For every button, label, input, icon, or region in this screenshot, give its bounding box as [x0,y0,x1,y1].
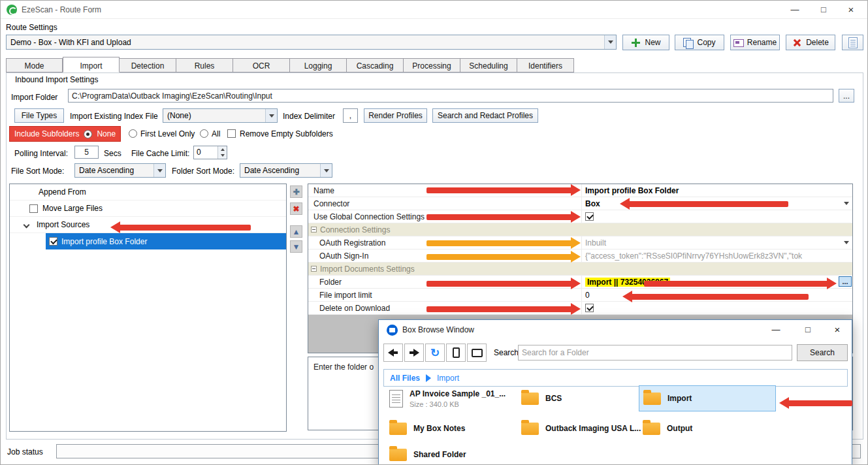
tab-ocr[interactable]: OCR [233,58,290,72]
chevron-expanded-icon[interactable] [24,221,30,228]
new-button[interactable]: New [622,35,669,50]
tab-cascading[interactable]: Cascading [347,58,404,72]
file-cache-limit-stepper[interactable]: 0 [193,146,227,159]
desktop-view-button[interactable] [467,344,487,362]
tab-logging[interactable]: Logging [290,58,347,72]
tree-item-move-large-files[interactable]: Move Large Files [10,200,286,217]
breadcrumb-separator-icon [426,374,431,382]
annotation-arrow-import-folder [779,397,852,409]
import-folder-browse-button[interactable]: ... [839,89,854,103]
property-label: File import limit [308,289,582,301]
chevron-down-icon[interactable] [841,237,852,248]
import-folder-input[interactable] [68,89,833,103]
chevron-down-icon [265,109,277,122]
delete-button-label: Delete [806,38,829,47]
import-profile-checkbox[interactable] [49,237,57,246]
remove-icon: ✖ [293,204,299,214]
breadcrumb-all-files[interactable]: All Files [390,374,420,383]
copy-button[interactable]: Copy [675,35,724,50]
collapse-icon[interactable] [311,266,317,272]
list-item-shared-folder[interactable]: Shared Folder [385,443,513,465]
route-select[interactable]: Demo - Box - With KFI and Upload [6,35,617,50]
tab-mode[interactable]: Mode [6,58,63,72]
rename-button[interactable]: Rename [730,35,780,50]
tree-item-import-profile[interactable]: Import profile Box Folder [10,233,286,249]
list-item-output[interactable]: Output [639,417,776,440]
property-value[interactable] [582,302,852,314]
property-value[interactable]: Import profile Box Folder [582,184,852,197]
tab-rules[interactable]: Rules [176,58,233,72]
folder-sort-mode-select[interactable]: Date Ascending [240,163,332,178]
search-redact-profiles-button[interactable]: Search and Redact Profiles [432,108,538,123]
arrow-down-icon: ▼ [293,242,300,251]
property-value[interactable]: Inbuilt [582,236,852,249]
subfolders-none-radio[interactable] [84,130,92,138]
move-up-button[interactable]: ▲ [290,225,302,238]
route-notes-button[interactable] [842,35,863,50]
minimize-button[interactable]: — [784,1,806,19]
stepper-buttons[interactable] [217,146,227,159]
titlebar: EzeScan - Route Form — □ × [1,1,867,19]
index-delimiter-input[interactable] [343,108,358,123]
subfolders-all-label: All [212,129,220,138]
dialog-close-button[interactable]: × [828,322,847,338]
tab-scheduling[interactable]: Scheduling [460,58,517,72]
list-item-my-box-notes[interactable]: My Box Notes [385,417,513,440]
property-group-connection-settings[interactable]: Connection Settings [308,223,852,236]
move-down-button[interactable]: ▼ [290,240,302,253]
file-types-button[interactable]: File Types [14,108,64,123]
dialog-minimize-button[interactable]: — [766,322,786,338]
chevron-down-icon[interactable] [841,198,852,209]
import-existing-select[interactable]: (None) [163,108,278,123]
folder-name: My Box Notes [413,424,465,433]
forward-button[interactable] [404,344,424,362]
use-global-checkbox[interactable] [585,212,594,221]
remove-empty-subfolders-checkbox[interactable] [227,129,236,138]
list-item-bcs[interactable]: BCS [517,385,635,411]
dialog-maximize-button[interactable]: □ [798,322,818,338]
close-button[interactable]: × [840,1,862,19]
list-item-outback-imaging[interactable]: Outback Imaging USA L... [517,417,635,440]
tree-item-append-from[interactable]: Append From [10,184,286,200]
search-input[interactable] [518,345,792,361]
refresh-button[interactable]: ↻ [425,344,445,362]
render-profiles-button[interactable]: Render Profiles [364,108,427,123]
file-cache-limit-value: 0 [194,146,217,159]
subfolders-first-level-radio[interactable] [129,129,137,138]
file-sort-mode-select[interactable]: Date Ascending [74,163,166,178]
folder-icon [643,423,660,435]
list-item-import[interactable]: Import [639,385,776,411]
box-browse-dialog: Box Browse Window — □ × ↻ Search: Search… [378,319,852,465]
window-title: EzeScan - Route Form [22,5,101,14]
maximize-button[interactable]: □ [812,1,835,19]
add-source-button[interactable]: ✚ [290,185,302,198]
stepper-up-icon[interactable] [218,146,227,153]
ellipsis-icon: ... [842,278,848,285]
tab-detection[interactable]: Detection [120,58,176,72]
polling-interval-input[interactable] [74,146,99,159]
delete-button[interactable]: Delete [786,35,835,50]
subfolders-all-radio[interactable] [200,129,208,138]
import-folder-label: Import Folder [11,93,57,102]
tab-import[interactable]: Import [63,57,120,72]
tab-processing[interactable]: Processing [404,58,460,72]
folder-browse-button[interactable]: ... [839,276,852,287]
property-value[interactable]: {"access_token":"RSseSI0PfiNrrvy76YHshUo… [582,249,852,262]
search-button[interactable]: Search [797,344,848,361]
property-value[interactable] [582,210,852,223]
back-button[interactable] [383,344,403,362]
move-large-files-checkbox[interactable] [29,204,38,213]
annotation-arrow-oauth-registration [426,237,581,249]
collapse-icon[interactable] [311,227,317,232]
breadcrumb-current: Import [437,374,459,383]
copy-button-label: Copy [697,38,715,47]
list-item-ap-invoice[interactable]: AP Invoice Sample _01_... Size : 340.0 K… [385,385,513,411]
file-name: AP Invoice Sample _01_... [410,389,506,398]
file-sort-mode-value: Date Ascending [75,166,153,175]
remove-source-button[interactable]: ✖ [290,202,302,215]
delete-on-download-checkbox[interactable] [585,304,594,312]
property-group-import-documents[interactable]: Import Documents Settings [308,263,852,276]
stepper-down-icon[interactable] [218,153,227,159]
mobile-view-button[interactable] [446,344,466,362]
tab-identifiers[interactable]: Identifiers [517,58,574,72]
